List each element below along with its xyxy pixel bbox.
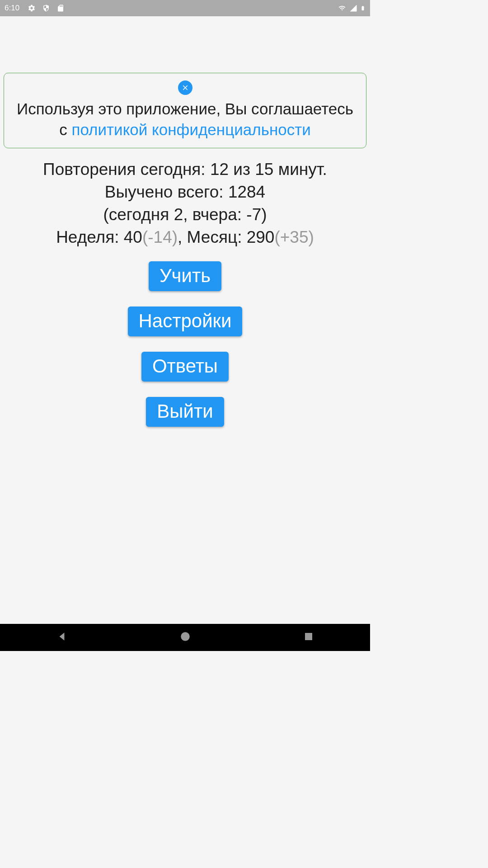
stats-line-week-month: Неделя: 40(-14), Месяц: 290(+35) (7, 226, 363, 249)
wifi-icon (338, 5, 347, 12)
stats-line-learned: Выучено всего: 1284 (7, 181, 363, 203)
button-group: Учить Настройки Ответы Выйти (4, 261, 366, 427)
battery-icon (360, 4, 366, 13)
cell-signal-icon (349, 4, 357, 12)
status-right (338, 4, 366, 13)
month-delta: (+35) (274, 228, 314, 246)
nav-recent-button[interactable] (303, 631, 314, 644)
stats-line-today-yesterday: (сегодня 2, вчера: -7) (7, 203, 363, 226)
exit-button[interactable]: Выйти (146, 397, 224, 427)
week-delta: (-14) (142, 228, 178, 246)
status-time: 6:10 (5, 4, 19, 13)
close-button[interactable] (178, 80, 192, 95)
nav-home-button[interactable] (179, 631, 191, 644)
privacy-policy-link[interactable]: политикой конфиденциальности (71, 121, 310, 138)
privacy-notice-card: Используя это приложение, Вы соглашаетес… (4, 73, 366, 148)
privacy-text: Используя это приложение, Вы соглашаетес… (12, 99, 358, 140)
stats-line-repetitions: Повторения сегодня: 12 из 15 минут. (7, 158, 363, 181)
content-area: Используя это приложение, Вы соглашаетес… (0, 16, 370, 430)
triangle-back-icon (56, 631, 68, 642)
sd-card-icon (56, 4, 65, 12)
navigation-bar (0, 624, 370, 651)
circle-home-icon (179, 631, 191, 642)
status-bar: 6:10 (0, 0, 370, 16)
status-left: 6:10 (5, 4, 65, 13)
square-recent-icon (303, 631, 314, 642)
answers-button[interactable]: Ответы (141, 352, 229, 382)
settings-button[interactable]: Настройки (128, 307, 243, 336)
learn-button[interactable]: Учить (149, 261, 221, 291)
settings-gear-icon (28, 4, 36, 12)
nav-back-button[interactable] (56, 631, 68, 644)
shield-icon (42, 4, 50, 12)
svg-rect-1 (305, 633, 312, 640)
stats-block: Повторения сегодня: 12 из 15 минут. Выуч… (7, 158, 363, 249)
close-icon (181, 84, 189, 92)
svg-point-0 (181, 632, 190, 641)
